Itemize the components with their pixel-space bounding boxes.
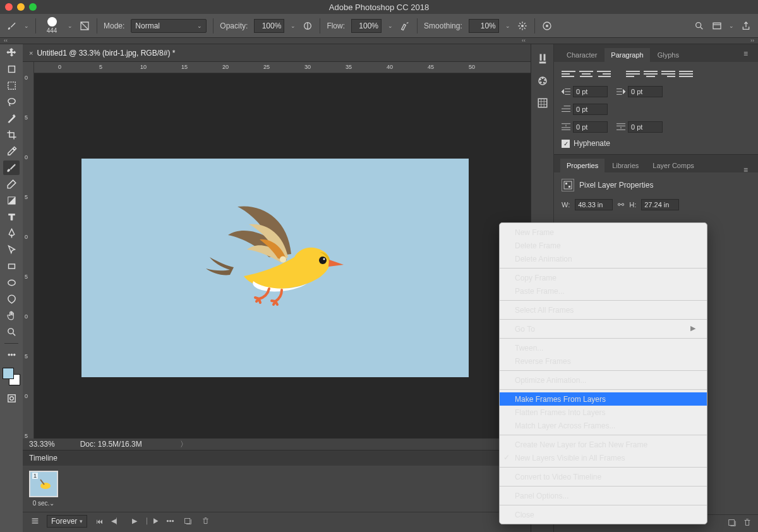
search-icon[interactable] (694, 20, 705, 32)
custom-shape-tool[interactable] (3, 292, 20, 306)
width-field[interactable] (575, 199, 613, 210)
align-right-icon[interactable] (597, 68, 611, 80)
eraser-tool[interactable] (3, 177, 20, 191)
marquee-tool[interactable] (3, 78, 20, 93)
smoothing-value[interactable]: 10% (469, 19, 499, 33)
crop-tool[interactable] (3, 128, 20, 142)
rectangle-tool[interactable] (3, 259, 20, 274)
align-left-icon[interactable] (562, 68, 575, 80)
prev-frame-icon[interactable]: ◀⎸ (111, 516, 123, 527)
menu-optimize-animation[interactable]: Optimize Animation... (500, 373, 707, 387)
space-after-field[interactable] (617, 121, 663, 133)
smoothing-options-icon[interactable] (517, 20, 528, 32)
move-tool[interactable] (3, 45, 20, 60)
menu-new-layers-visible-in-all-frames[interactable]: ✓New Layers Visible in All Frames (500, 451, 707, 464)
frame-delay[interactable]: 0 sec.⌄ (29, 500, 58, 507)
preset-picker-chevron[interactable]: ⌄ (24, 23, 29, 29)
brush-tool-tb[interactable] (3, 160, 20, 175)
flow-chevron[interactable]: ⌄ (388, 23, 393, 29)
align-center-icon[interactable] (579, 68, 593, 80)
workspace-icon[interactable] (711, 20, 723, 32)
brush-preview[interactable]: 444 (42, 16, 61, 35)
collapse-left-icon[interactable]: ‹‹ (4, 37, 8, 44)
menu-copy-frame[interactable]: Copy Frame (500, 271, 707, 284)
quick-mask-icon[interactable] (3, 391, 20, 406)
share-icon[interactable] (740, 20, 752, 32)
airbrush-icon[interactable] (399, 20, 411, 32)
status-menu-icon[interactable]: 〉 (180, 439, 188, 450)
new-frame-icon[interactable] (182, 516, 193, 527)
path-select-tool[interactable] (3, 243, 20, 257)
tab-libraries[interactable]: Libraries (606, 159, 645, 172)
grid-panel-icon[interactable] (537, 97, 548, 111)
timeline-frame[interactable]: 1 0 sec.⌄ (29, 471, 58, 507)
next-frame-icon[interactable]: ⎸▶ (147, 516, 158, 527)
smoothing-chevron[interactable]: ⌄ (505, 23, 510, 29)
height-field[interactable] (641, 199, 679, 210)
first-frame-icon[interactable]: ⏮ (93, 516, 105, 527)
hyphenate-checkbox[interactable]: ✓Hyphenate (562, 139, 750, 148)
properties-menu-icon[interactable]: ≡ (743, 166, 752, 174)
indent-left-field[interactable] (562, 86, 608, 97)
link-wh-icon[interactable]: ⚯ (618, 200, 624, 209)
justify-last-center-icon[interactable] (644, 68, 658, 80)
indent-right-field[interactable] (617, 86, 663, 97)
loop-select[interactable]: Forever▾ (47, 515, 87, 528)
ellipse-tool[interactable] (3, 275, 20, 290)
menu-new-frame[interactable]: New Frame (500, 226, 707, 239)
foreground-background-colors[interactable] (3, 368, 20, 385)
justify-last-left-icon[interactable] (626, 68, 640, 80)
zoom-tool[interactable] (3, 325, 20, 339)
collapse-right-icon[interactable]: ›› (750, 37, 754, 44)
tab-properties[interactable]: Properties (560, 159, 605, 172)
swatches-panel-icon[interactable] (537, 75, 548, 88)
trash-icon[interactable] (743, 518, 752, 529)
menu-close[interactable]: Close (500, 508, 707, 521)
status-bar: 33.33% Doc: 19.5M/16.3M 〉 (23, 438, 531, 450)
justify-all-icon[interactable] (679, 68, 693, 80)
space-before-field[interactable] (562, 121, 608, 133)
type-tool[interactable] (3, 210, 20, 224)
tab-paragraph[interactable]: Paragraph (605, 48, 649, 62)
brush-tool-icon[interactable] (6, 20, 18, 32)
brushes-panel-icon[interactable] (537, 53, 548, 66)
edit-toolbar-icon[interactable] (3, 348, 20, 362)
hand-tool[interactable] (3, 308, 20, 323)
blend-mode-select[interactable]: Normal⌄ (131, 19, 207, 33)
tab-layer-comps[interactable]: Layer Comps (646, 159, 700, 172)
artboard-tool[interactable] (3, 62, 20, 76)
justify-last-right-icon[interactable] (661, 68, 675, 80)
document-tab[interactable]: Untitled1 @ 33.3% (bird-1.jpg, RGB/8#) * (37, 49, 175, 57)
menu-flatten-frames-into-layers[interactable]: Flatten Frames Into Layers (500, 406, 707, 419)
magic-wand-tool[interactable] (3, 111, 20, 126)
menu-panel-options[interactable]: Panel Options... (500, 489, 707, 502)
play-icon[interactable]: ▶ (129, 516, 140, 527)
brush-panel-icon[interactable] (79, 20, 90, 32)
opacity-chevron[interactable]: ⌄ (291, 23, 296, 29)
menu-create-new-layer-for-each-new-frame[interactable]: Create New Layer for Each New Frame (500, 438, 707, 451)
new-item-icon[interactable] (728, 518, 737, 529)
brush-size-chevron[interactable]: ⌄ (68, 23, 73, 29)
gradient-tool[interactable] (3, 193, 20, 208)
flow-value[interactable]: 100% (351, 19, 382, 33)
tab-character[interactable]: Character (560, 48, 603, 62)
delete-frame-icon[interactable] (200, 516, 211, 527)
menu-convert-to-video-timeline[interactable]: Convert to Video Timeline (500, 470, 707, 483)
timeline-options-icon[interactable] (29, 516, 40, 527)
menu-make-frames-from-layers[interactable]: Make Frames From Layers (500, 392, 707, 406)
lasso-tool[interactable] (3, 95, 20, 109)
pen-tool[interactable] (3, 226, 20, 241)
paragraph-menu-icon[interactable]: ≡ (743, 49, 752, 58)
eyedropper-tool[interactable] (3, 144, 20, 159)
opacity-value[interactable]: 100% (254, 19, 284, 33)
close-tab-icon[interactable]: × (29, 49, 33, 57)
collapse-center-icon[interactable]: ‹‹ (522, 37, 526, 44)
pressure-opacity-icon[interactable] (302, 20, 313, 32)
tab-glyphs[interactable]: Glyphs (651, 48, 685, 62)
pressure-size-icon[interactable] (541, 20, 553, 32)
first-line-indent-field[interactable] (562, 104, 608, 115)
zoom-level[interactable]: 33.33% (29, 440, 55, 449)
doc-size[interactable]: Doc: 19.5M/16.3M (80, 440, 142, 449)
tween-icon[interactable] (164, 516, 176, 527)
canvas[interactable] (34, 73, 531, 438)
